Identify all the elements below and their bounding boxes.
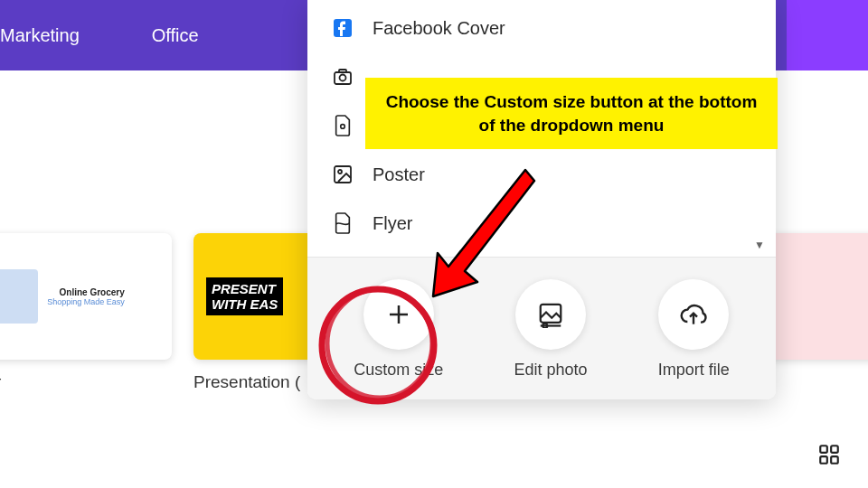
file-icon (331, 114, 354, 137)
footer-label: Edit photo (514, 361, 587, 380)
design-type-dropdown: Facebook Cover Poster Flyer ▼ (307, 0, 776, 399)
svg-point-2 (340, 75, 346, 81)
svg-point-6 (338, 170, 342, 174)
svg-rect-9 (541, 305, 561, 323)
svg-rect-15 (820, 446, 827, 453)
annotation-callout: Choose the Custom size button at the bot… (365, 78, 778, 149)
footer-label: Custom size (354, 361, 443, 380)
camera-icon (331, 65, 354, 89)
grid-icon (817, 443, 841, 466)
annotation-arrow (430, 163, 539, 298)
dropdown-item-poster[interactable]: Poster (307, 150, 776, 199)
template-label: t Cover (0, 372, 172, 392)
template-thumbnail: Online Grocery Shopping Made Easy (0, 233, 172, 360)
svg-rect-3 (339, 70, 346, 72)
dropdown-item-label: Poster (373, 164, 425, 185)
svg-rect-5 (335, 166, 351, 183)
plus-icon (385, 301, 412, 328)
tab-office[interactable]: Office (152, 25, 199, 46)
grid-view-button[interactable] (817, 443, 841, 470)
template-card[interactable]: Online Grocery Shopping Made Easy t Cove… (0, 233, 172, 392)
chevron-down-icon: ▼ (754, 239, 765, 251)
image-icon (331, 163, 354, 186)
footer-label: Import file (658, 361, 730, 380)
page-icon (331, 211, 354, 235)
cloud-upload-icon (679, 300, 708, 329)
svg-rect-18 (831, 456, 838, 464)
edit-photo-icon (537, 301, 564, 328)
dropdown-item-facebook-cover[interactable]: Facebook Cover (307, 4, 776, 52)
svg-rect-17 (820, 456, 827, 464)
svg-point-4 (341, 125, 345, 129)
facebook-icon (331, 16, 354, 40)
template-thumbnail (767, 233, 868, 360)
import-file-button[interactable]: Import file (658, 279, 730, 380)
template-card[interactable]: ter (767, 233, 868, 392)
tab-marketing[interactable]: Marketing (0, 25, 80, 46)
dropdown-footer: Custom size Edit photo Import file (307, 257, 776, 399)
header-accent (787, 0, 868, 70)
svg-rect-16 (831, 446, 838, 453)
template-label: ter (767, 372, 868, 392)
dropdown-item-label: Flyer (373, 213, 412, 234)
dropdown-item-flyer[interactable]: Flyer (307, 199, 776, 248)
dropdown-item-label: Facebook Cover (373, 18, 505, 39)
